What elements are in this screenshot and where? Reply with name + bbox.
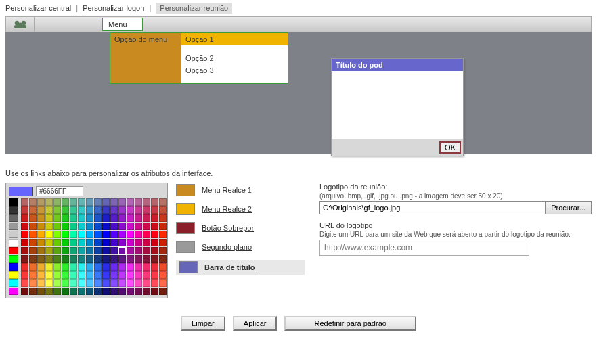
color-swatch[interactable]	[110, 279, 118, 287]
color-swatch[interactable]	[118, 198, 126, 206]
color-swatch[interactable]	[94, 214, 102, 222]
color-swatch[interactable]	[29, 198, 37, 206]
apply-button[interactable]: Aplicar	[233, 316, 278, 331]
menu-item[interactable]: Opção 2	[181, 52, 288, 64]
color-swatch[interactable]	[110, 288, 118, 295]
color-swatch[interactable]	[9, 279, 18, 287]
color-swatch[interactable]	[86, 288, 93, 295]
color-swatch[interactable]	[45, 288, 53, 295]
color-swatch[interactable]	[159, 206, 167, 214]
color-swatch[interactable]	[37, 214, 45, 222]
color-swatch[interactable]	[78, 206, 85, 214]
color-swatch[interactable]	[29, 288, 37, 295]
pod-ok-button[interactable]: OK	[439, 141, 461, 154]
color-swatch[interactable]	[94, 263, 102, 271]
color-swatch[interactable]	[78, 255, 85, 263]
color-swatch[interactable]	[143, 255, 150, 263]
color-swatch[interactable]	[159, 263, 167, 271]
color-swatch[interactable]	[86, 198, 93, 206]
color-swatch[interactable]	[29, 214, 37, 222]
color-swatch[interactable]	[62, 198, 69, 206]
color-grid[interactable]	[9, 198, 164, 295]
color-swatch[interactable]	[45, 255, 53, 263]
color-swatch[interactable]	[9, 263, 18, 271]
color-swatch[interactable]	[159, 214, 167, 222]
color-swatch[interactable]	[143, 223, 150, 230]
color-swatch[interactable]	[143, 263, 150, 271]
color-swatch[interactable]	[37, 288, 45, 295]
color-swatch[interactable]	[135, 231, 142, 238]
color-swatch[interactable]	[45, 263, 53, 271]
color-swatch[interactable]	[110, 247, 118, 254]
color-swatch[interactable]	[110, 231, 118, 238]
legend-link[interactable]: Segundo plano	[202, 243, 252, 251]
color-swatch[interactable]	[135, 288, 142, 295]
color-swatch[interactable]	[78, 271, 85, 279]
color-swatch[interactable]	[143, 214, 150, 222]
color-swatch[interactable]	[70, 279, 77, 287]
color-swatch[interactable]	[9, 231, 18, 238]
color-swatch[interactable]	[45, 279, 53, 287]
color-swatch[interactable]	[29, 223, 37, 230]
color-swatch[interactable]	[70, 223, 77, 230]
color-swatch[interactable]	[94, 198, 102, 206]
color-swatch[interactable]	[135, 206, 142, 214]
menu-item[interactable]: Opção 3	[181, 64, 288, 76]
color-swatch[interactable]	[21, 255, 28, 263]
color-swatch[interactable]	[86, 239, 93, 246]
color-swatch[interactable]	[53, 255, 61, 263]
reset-button[interactable]: Redefinir para padrão	[284, 316, 416, 331]
color-swatch[interactable]	[37, 223, 45, 230]
color-swatch[interactable]	[62, 231, 69, 238]
color-swatch[interactable]	[94, 288, 102, 295]
color-swatch[interactable]	[45, 223, 53, 230]
color-swatch[interactable]	[143, 231, 150, 238]
color-swatch[interactable]	[102, 239, 110, 246]
color-swatch[interactable]	[86, 279, 93, 287]
color-swatch[interactable]	[53, 271, 61, 279]
legend-link[interactable]: Menu Realce 1	[202, 186, 252, 194]
color-swatch[interactable]	[151, 206, 158, 214]
color-swatch[interactable]	[29, 279, 37, 287]
color-swatch[interactable]	[94, 223, 102, 230]
color-swatch[interactable]	[62, 279, 69, 287]
color-swatch[interactable]	[86, 214, 93, 222]
color-swatch[interactable]	[78, 214, 85, 222]
color-swatch[interactable]	[110, 206, 118, 214]
color-swatch[interactable]	[29, 271, 37, 279]
color-swatch[interactable]	[135, 239, 142, 246]
color-swatch[interactable]	[70, 214, 77, 222]
color-swatch[interactable]	[86, 263, 93, 271]
color-swatch[interactable]	[102, 247, 110, 254]
color-swatch[interactable]	[29, 255, 37, 263]
color-swatch[interactable]	[151, 239, 158, 246]
color-swatch[interactable]	[37, 255, 45, 263]
color-swatch[interactable]	[110, 263, 118, 271]
color-swatch[interactable]	[70, 263, 77, 271]
color-swatch[interactable]	[110, 271, 118, 279]
color-swatch[interactable]	[86, 271, 93, 279]
color-swatch[interactable]	[62, 239, 69, 246]
color-swatch[interactable]	[127, 247, 134, 254]
color-swatch[interactable]	[143, 239, 150, 246]
color-swatch[interactable]	[21, 279, 28, 287]
color-swatch[interactable]	[118, 263, 126, 271]
color-swatch[interactable]	[37, 231, 45, 238]
color-swatch[interactable]	[159, 231, 167, 238]
color-swatch[interactable]	[135, 198, 142, 206]
color-swatch[interactable]	[37, 239, 45, 246]
color-swatch[interactable]	[110, 214, 118, 222]
color-swatch[interactable]	[62, 206, 69, 214]
legend-link[interactable]: Barra de título	[204, 263, 255, 271]
color-swatch[interactable]	[78, 198, 85, 206]
color-swatch[interactable]	[29, 231, 37, 238]
color-swatch[interactable]	[70, 255, 77, 263]
color-swatch[interactable]	[29, 263, 37, 271]
color-swatch[interactable]	[94, 231, 102, 238]
color-swatch[interactable]	[135, 223, 142, 230]
color-swatch[interactable]	[94, 279, 102, 287]
color-swatch[interactable]	[127, 271, 134, 279]
color-swatch[interactable]	[102, 214, 110, 222]
color-swatch[interactable]	[9, 223, 18, 230]
color-swatch[interactable]	[151, 255, 158, 263]
